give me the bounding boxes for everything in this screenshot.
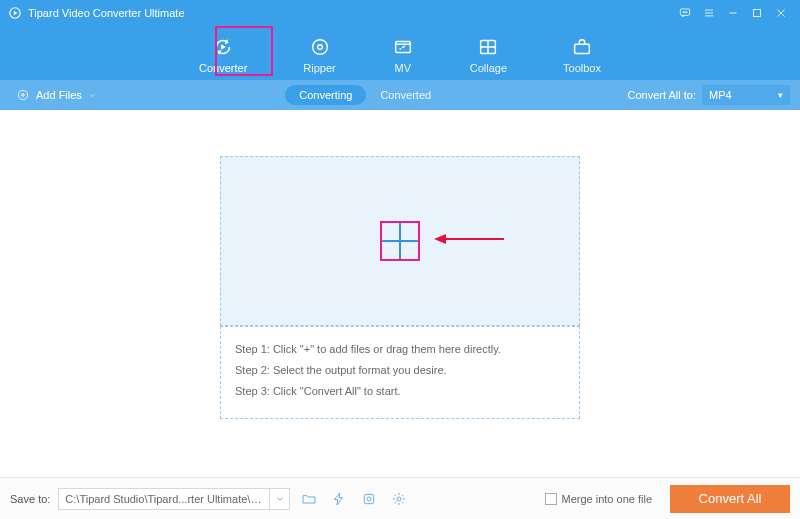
output-format-value: MP4 bbox=[709, 89, 732, 101]
tab-ripper[interactable]: Ripper bbox=[295, 32, 343, 78]
convert-all-to: Convert All to: MP4 ▾ bbox=[628, 85, 790, 105]
add-files-label: Add Files bbox=[36, 89, 82, 101]
add-files-plus-button[interactable] bbox=[380, 221, 420, 261]
tab-toolbox[interactable]: Toolbox bbox=[555, 32, 609, 78]
plus-icon bbox=[382, 240, 418, 242]
instruction-step-1: Step 1: Click "+" to add files or drag t… bbox=[235, 339, 565, 360]
maximize-button[interactable] bbox=[746, 2, 768, 24]
chevron-down-icon: ▾ bbox=[778, 90, 783, 100]
chevron-down-icon bbox=[88, 91, 97, 100]
svg-point-18 bbox=[367, 497, 371, 501]
toolbox-icon bbox=[571, 36, 593, 58]
output-path-value: C:\Tipard Studio\Tipard...rter Ultimate\… bbox=[59, 493, 269, 505]
dropzone-area[interactable] bbox=[220, 156, 580, 326]
app-logo-icon bbox=[8, 6, 22, 20]
instruction-step-2: Step 2: Select the output format you des… bbox=[235, 360, 565, 381]
converter-icon bbox=[212, 36, 234, 58]
tab-mv-label: MV bbox=[394, 62, 411, 74]
checkbox-box-icon bbox=[545, 493, 557, 505]
add-files-button[interactable]: Add Files bbox=[10, 85, 103, 105]
tab-converter-label: Converter bbox=[199, 62, 247, 74]
svg-point-19 bbox=[397, 497, 401, 501]
svg-rect-13 bbox=[575, 44, 590, 53]
chevron-down-icon bbox=[275, 494, 285, 504]
save-to-label: Save to: bbox=[10, 493, 50, 505]
tab-ripper-label: Ripper bbox=[303, 62, 335, 74]
svg-point-11 bbox=[399, 48, 401, 50]
app-window: Tipard Video Converter Ultimate Converte… bbox=[0, 0, 800, 519]
close-button[interactable] bbox=[770, 2, 792, 24]
merge-checkbox[interactable]: Merge into one file bbox=[545, 493, 653, 505]
toolbar: Add Files Converting Converted Convert A… bbox=[0, 80, 800, 110]
footer: Save to: C:\Tipard Studio\Tipard...rter … bbox=[0, 477, 800, 519]
svg-point-4 bbox=[685, 12, 686, 13]
settings-button[interactable] bbox=[388, 488, 410, 510]
tab-converted[interactable]: Converted bbox=[366, 85, 445, 105]
annotation-arrow bbox=[434, 231, 504, 251]
svg-point-9 bbox=[317, 45, 322, 50]
feedback-icon[interactable] bbox=[674, 2, 696, 24]
output-path-dropdown[interactable] bbox=[269, 489, 289, 509]
minimize-button[interactable] bbox=[722, 2, 744, 24]
convert-all-to-label: Convert All to: bbox=[628, 89, 696, 101]
svg-rect-17 bbox=[365, 494, 374, 503]
app-title: Tipard Video Converter Ultimate bbox=[28, 7, 185, 19]
mv-icon bbox=[392, 36, 414, 58]
svg-point-8 bbox=[312, 40, 327, 55]
high-speed-button[interactable] bbox=[358, 488, 380, 510]
svg-point-5 bbox=[686, 12, 687, 13]
svg-point-3 bbox=[683, 12, 684, 13]
tab-mv[interactable]: MV bbox=[384, 32, 422, 78]
main-tabs: Converter Ripper MV bbox=[0, 26, 800, 80]
svg-marker-1 bbox=[14, 11, 17, 16]
tab-collage-label: Collage bbox=[470, 62, 507, 74]
menu-icon[interactable] bbox=[698, 2, 720, 24]
svg-marker-7 bbox=[221, 44, 226, 50]
tab-converting[interactable]: Converting bbox=[285, 85, 366, 105]
header: Tipard Video Converter Ultimate Converte… bbox=[0, 0, 800, 80]
open-folder-button[interactable] bbox=[298, 488, 320, 510]
output-format-select[interactable]: MP4 ▾ bbox=[702, 85, 790, 105]
instructions: Step 1: Click "+" to add files or drag t… bbox=[220, 326, 580, 419]
dropzone: Step 1: Click "+" to add files or drag t… bbox=[220, 156, 580, 419]
tab-toolbox-label: Toolbox bbox=[563, 62, 601, 74]
convert-all-button[interactable]: Convert All bbox=[670, 485, 790, 513]
merge-checkbox-label: Merge into one file bbox=[562, 493, 653, 505]
ripper-icon bbox=[309, 36, 331, 58]
instruction-step-3: Step 3: Click "Convert All" to start. bbox=[235, 381, 565, 402]
tab-collage[interactable]: Collage bbox=[462, 32, 515, 78]
svg-rect-6 bbox=[754, 10, 761, 17]
main-content: Step 1: Click "+" to add files or drag t… bbox=[0, 110, 800, 477]
svg-marker-16 bbox=[434, 234, 446, 244]
titlebar: Tipard Video Converter Ultimate bbox=[0, 0, 800, 26]
output-path-box: C:\Tipard Studio\Tipard...rter Ultimate\… bbox=[58, 488, 290, 510]
collage-icon bbox=[477, 36, 499, 58]
plus-circle-icon bbox=[16, 88, 30, 102]
tab-converter[interactable]: Converter bbox=[191, 32, 255, 78]
conversion-state-tabs: Converting Converted bbox=[285, 85, 445, 105]
hardware-accel-button[interactable] bbox=[328, 488, 350, 510]
